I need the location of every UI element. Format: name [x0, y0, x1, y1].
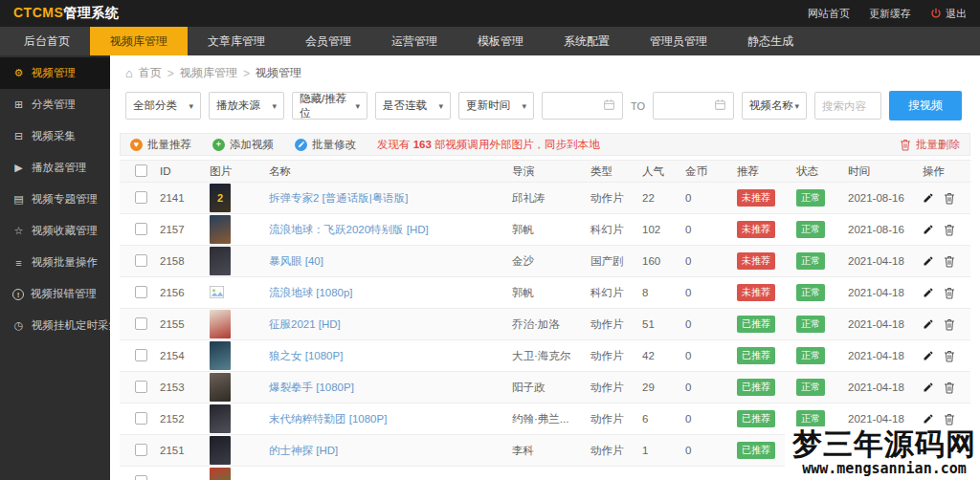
edit-row-button[interactable]	[923, 255, 934, 267]
video-director: 大卫·海克尔	[512, 349, 590, 363]
batch-recommend-button[interactable]: ♥ 批量推荐	[130, 138, 191, 152]
delete-row-button[interactable]	[944, 255, 955, 268]
nav-item-8[interactable]: 静态生成	[727, 27, 813, 55]
nav-item-2[interactable]: 文章库管理	[188, 27, 285, 55]
row-checkbox[interactable]	[135, 254, 147, 267]
video-id: 2151	[160, 445, 210, 456]
recommend-badge[interactable]: 已推荐	[737, 379, 775, 396]
video-name-link[interactable]: 暴风眼 [40]	[269, 255, 323, 267]
edit-row-button[interactable]	[923, 350, 934, 361]
edit-row-button[interactable]	[923, 382, 934, 393]
row-checkbox[interactable]	[135, 381, 147, 393]
delete-row-button[interactable]	[944, 350, 955, 362]
video-name-link[interactable]: 征服2021 [HD]	[269, 318, 341, 330]
delete-row-button[interactable]	[944, 224, 955, 236]
status-badge[interactable]: 正常	[796, 316, 825, 333]
sidebar-item-2[interactable]: ⊟视频采集	[0, 120, 110, 152]
sidebar-item-8[interactable]: ◷视频挂机定时采集	[0, 310, 110, 341]
filter-select-time[interactable]: 更新时间▾	[458, 92, 534, 120]
edit-row-button[interactable]	[923, 318, 934, 330]
sidebar-item-3[interactable]: ▶播放器管理	[0, 152, 110, 184]
row-checkbox[interactable]	[135, 412, 147, 425]
recommend-badge[interactable]: 已推荐	[737, 347, 775, 364]
delete-row-button[interactable]	[944, 192, 955, 205]
video-poster-cell: 2	[210, 184, 269, 212]
edit-row-button[interactable]	[923, 192, 934, 204]
delete-row-button[interactable]	[944, 287, 955, 299]
video-name-link[interactable]: 狼之女 [1080P]	[269, 350, 343, 361]
logout-link[interactable]: 退出	[930, 7, 967, 21]
video-name-link[interactable]: 流浪地球 [1080p]	[269, 287, 353, 298]
sidebar-item-7[interactable]: !视频报错管理	[0, 278, 110, 310]
filter-select-label: 全部分类	[133, 98, 177, 113]
refresh-cache-link[interactable]: 更新缓存	[869, 7, 911, 21]
sidebar-item-6[interactable]: ≡视频批量操作	[0, 247, 110, 278]
status-badge[interactable]: 正常	[796, 189, 825, 207]
row-checkbox[interactable]	[135, 286, 147, 298]
delete-row-button[interactable]	[944, 413, 955, 425]
row-checkbox[interactable]	[135, 223, 147, 235]
video-name-link[interactable]: 流浪地球：飞跃2020特别版 [HD]	[269, 224, 429, 235]
video-name-link[interactable]: 拆弹专家2 [普通话版|粤语版]	[269, 192, 408, 204]
nav-item-3[interactable]: 会员管理	[285, 27, 371, 55]
status-badge[interactable]: 正常	[796, 379, 825, 396]
filter-select-serial[interactable]: 是否连载▾	[375, 92, 451, 120]
status-badge[interactable]: 正常	[796, 347, 825, 364]
list-icon: ≡	[12, 257, 25, 269]
video-name-link[interactable]: 的士神探 [HD]	[269, 445, 338, 456]
recommend-cell: 未推荐	[737, 252, 796, 270]
search-input[interactable]	[814, 92, 881, 120]
filter-select-field[interactable]: 视频名称▾	[742, 92, 807, 120]
search-video-button[interactable]: 搜视频	[889, 91, 962, 120]
recommend-badge[interactable]: 已推荐	[737, 410, 775, 427]
sidebar-item-1[interactable]: ⊞分类管理	[0, 89, 110, 120]
delete-row-button[interactable]	[944, 318, 955, 331]
delete-row-button[interactable]	[944, 382, 955, 394]
video-name-link[interactable]: 末代纳粹特勤团 [1080P]	[269, 413, 387, 425]
edit-row-button[interactable]	[923, 224, 934, 235]
recommend-badge[interactable]: 已推荐	[737, 316, 775, 333]
video-type: 动作片	[590, 381, 642, 395]
nav-item-0[interactable]: 后台首页	[4, 27, 90, 55]
nav-item-5[interactable]: 模板管理	[457, 27, 544, 55]
header-checkbox-cell	[120, 164, 160, 179]
video-name-link[interactable]: 爆裂拳手 [1080P]	[269, 382, 354, 393]
nav-item-4[interactable]: 运营管理	[371, 27, 457, 55]
batch-edit-button[interactable]: 批量修改	[295, 138, 356, 152]
nav-item-6[interactable]: 系统配置	[544, 27, 630, 55]
recommend-badge[interactable]: 未推荐	[737, 221, 775, 238]
recommend-badge[interactable]: 未推荐	[737, 284, 775, 301]
site-home-link[interactable]: 网站首页	[808, 7, 850, 21]
sidebar-item-4[interactable]: ▤视频专题管理	[0, 184, 110, 215]
status-badge[interactable]: 正常	[796, 221, 825, 238]
row-checkbox[interactable]	[135, 475, 147, 480]
row-checkbox[interactable]	[135, 191, 147, 204]
batch-delete-button[interactable]: 批量删除	[900, 138, 960, 152]
row-checkbox[interactable]	[135, 444, 147, 456]
row-checkbox[interactable]	[135, 349, 147, 361]
status-badge[interactable]: 正常	[796, 284, 825, 301]
date-from-input[interactable]	[542, 92, 623, 120]
sidebar-item-0[interactable]: ⚙视频管理	[0, 57, 110, 89]
breadcrumb-item-0[interactable]: 首页	[139, 65, 162, 81]
filter-select-source[interactable]: 播放来源▾	[209, 92, 284, 120]
edit-row-button[interactable]	[923, 287, 934, 298]
status-badge[interactable]: 正常	[796, 410, 825, 427]
date-to-input[interactable]	[653, 92, 734, 120]
row-checkbox[interactable]	[135, 317, 147, 330]
recommend-badge[interactable]: 未推荐	[737, 189, 775, 207]
sidebar-item-5[interactable]: ☆视频收藏管理	[0, 215, 110, 247]
breadcrumb-item-1[interactable]: 视频库管理	[180, 65, 237, 81]
recommend-badge[interactable]: 已推荐	[737, 442, 775, 459]
edit-row-button[interactable]	[923, 413, 934, 425]
filter-select-visibility[interactable]: 隐藏/推荐位▾	[292, 92, 368, 120]
status-badge[interactable]: 正常	[796, 252, 825, 270]
recommend-badge[interactable]: 未推荐	[737, 252, 775, 270]
select-all-checkbox[interactable]	[135, 164, 147, 177]
video-poster-cell	[210, 215, 269, 244]
nav-item-7[interactable]: 管理员管理	[630, 27, 727, 55]
nav-item-1[interactable]: 视频库管理	[90, 27, 188, 55]
filter-select-category[interactable]: 全部分类▾	[125, 92, 201, 120]
external-image-notice[interactable]: 发现有 163 部视频调用外部图片，同步到本地	[377, 138, 600, 152]
add-video-button[interactable]: + 添加视频	[212, 138, 274, 152]
